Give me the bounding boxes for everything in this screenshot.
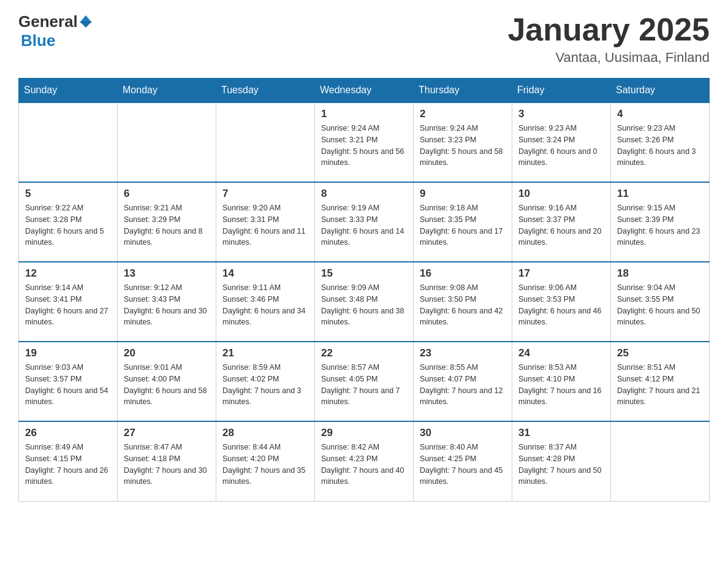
day-info: Sunrise: 9:23 AM Sunset: 3:24 PM Dayligh… <box>518 123 604 169</box>
calendar-cell <box>19 102 118 182</box>
day-number: 13 <box>124 267 210 280</box>
calendar-cell: 31Sunrise: 8:37 AM Sunset: 4:28 PM Dayli… <box>512 421 611 501</box>
calendar-cell: 16Sunrise: 9:08 AM Sunset: 3:50 PM Dayli… <box>414 262 512 342</box>
day-number: 5 <box>25 188 111 200</box>
day-number: 14 <box>222 267 308 280</box>
day-info: Sunrise: 8:42 AM Sunset: 4:23 PM Dayligh… <box>321 442 407 488</box>
day-info: Sunrise: 8:40 AM Sunset: 4:25 PM Dayligh… <box>420 442 506 488</box>
day-number: 8 <box>321 188 407 200</box>
day-number: 3 <box>518 108 604 120</box>
day-number: 7 <box>222 188 308 200</box>
day-number: 2 <box>420 108 506 120</box>
calendar-cell <box>118 102 216 182</box>
calendar-cell: 13Sunrise: 9:12 AM Sunset: 3:43 PM Dayli… <box>118 262 216 342</box>
weekday-header-saturday: Saturday <box>611 79 710 103</box>
calendar-cell: 28Sunrise: 8:44 AM Sunset: 4:20 PM Dayli… <box>216 421 315 501</box>
day-info: Sunrise: 8:59 AM Sunset: 4:02 PM Dayligh… <box>222 362 308 408</box>
calendar-cell: 11Sunrise: 9:15 AM Sunset: 3:39 PM Dayli… <box>611 182 710 262</box>
weekday-header-friday: Friday <box>512 79 611 103</box>
calendar-table: SundayMondayTuesdayWednesdayThursdayFrid… <box>18 78 710 502</box>
day-number: 19 <box>25 347 111 359</box>
day-number: 21 <box>222 347 308 359</box>
day-number: 31 <box>518 427 604 439</box>
day-number: 20 <box>124 347 210 359</box>
calendar-cell: 1Sunrise: 9:24 AM Sunset: 3:21 PM Daylig… <box>315 102 414 182</box>
calendar-cell: 2Sunrise: 9:24 AM Sunset: 3:23 PM Daylig… <box>414 102 512 182</box>
day-info: Sunrise: 8:57 AM Sunset: 4:05 PM Dayligh… <box>321 362 407 408</box>
calendar-cell: 18Sunrise: 9:04 AM Sunset: 3:55 PM Dayli… <box>611 262 710 342</box>
day-number: 22 <box>321 347 407 359</box>
day-info: Sunrise: 9:12 AM Sunset: 3:43 PM Dayligh… <box>124 282 210 328</box>
week-row-2: 5Sunrise: 9:22 AM Sunset: 3:28 PM Daylig… <box>19 182 710 262</box>
day-info: Sunrise: 8:44 AM Sunset: 4:20 PM Dayligh… <box>222 442 308 488</box>
day-info: Sunrise: 9:24 AM Sunset: 3:21 PM Dayligh… <box>321 123 407 169</box>
day-info: Sunrise: 9:03 AM Sunset: 3:57 PM Dayligh… <box>25 362 111 408</box>
calendar-cell: 14Sunrise: 9:11 AM Sunset: 3:46 PM Dayli… <box>216 262 315 342</box>
calendar-cell <box>216 102 315 182</box>
calendar-cell: 29Sunrise: 8:42 AM Sunset: 4:23 PM Dayli… <box>315 421 414 501</box>
calendar-cell <box>611 421 710 501</box>
weekday-header-monday: Monday <box>118 79 216 103</box>
day-info: Sunrise: 9:06 AM Sunset: 3:53 PM Dayligh… <box>518 282 604 328</box>
calendar-cell: 22Sunrise: 8:57 AM Sunset: 4:05 PM Dayli… <box>315 342 414 421</box>
calendar-cell: 17Sunrise: 9:06 AM Sunset: 3:53 PM Dayli… <box>512 262 611 342</box>
logo: General Blue <box>18 12 92 50</box>
weekday-header-wednesday: Wednesday <box>315 79 414 103</box>
day-number: 26 <box>25 427 111 439</box>
day-number: 15 <box>321 267 407 280</box>
day-number: 27 <box>124 427 210 439</box>
calendar-cell: 23Sunrise: 8:55 AM Sunset: 4:07 PM Dayli… <box>414 342 512 421</box>
day-info: Sunrise: 8:51 AM Sunset: 4:12 PM Dayligh… <box>617 362 703 408</box>
calendar-cell: 10Sunrise: 9:16 AM Sunset: 3:37 PM Dayli… <box>512 182 611 262</box>
day-info: Sunrise: 9:18 AM Sunset: 3:35 PM Dayligh… <box>420 202 506 248</box>
day-info: Sunrise: 9:11 AM Sunset: 3:46 PM Dayligh… <box>222 282 308 328</box>
day-info: Sunrise: 8:53 AM Sunset: 4:10 PM Dayligh… <box>518 362 604 408</box>
day-info: Sunrise: 8:49 AM Sunset: 4:15 PM Dayligh… <box>25 442 111 488</box>
calendar-cell: 15Sunrise: 9:09 AM Sunset: 3:48 PM Dayli… <box>315 262 414 342</box>
day-number: 6 <box>124 188 210 200</box>
day-number: 25 <box>617 347 703 359</box>
day-number: 28 <box>222 427 308 439</box>
logo-text-general: General <box>18 12 78 31</box>
calendar-cell: 4Sunrise: 9:23 AM Sunset: 3:26 PM Daylig… <box>611 102 710 182</box>
day-info: Sunrise: 9:01 AM Sunset: 4:00 PM Dayligh… <box>124 362 210 408</box>
calendar-title: January 2025 <box>507 12 710 47</box>
day-number: 4 <box>617 108 703 120</box>
day-info: Sunrise: 9:08 AM Sunset: 3:50 PM Dayligh… <box>420 282 506 328</box>
calendar-cell: 9Sunrise: 9:18 AM Sunset: 3:35 PM Daylig… <box>414 182 512 262</box>
week-row-4: 19Sunrise: 9:03 AM Sunset: 3:57 PM Dayli… <box>19 342 710 421</box>
day-info: Sunrise: 9:16 AM Sunset: 3:37 PM Dayligh… <box>518 202 604 248</box>
day-info: Sunrise: 9:23 AM Sunset: 3:26 PM Dayligh… <box>617 123 703 169</box>
day-info: Sunrise: 9:19 AM Sunset: 3:33 PM Dayligh… <box>321 202 407 248</box>
logo-text-blue: Blue <box>21 31 55 50</box>
weekday-header-tuesday: Tuesday <box>216 79 315 103</box>
day-number: 18 <box>617 267 703 280</box>
calendar-cell: 30Sunrise: 8:40 AM Sunset: 4:25 PM Dayli… <box>414 421 512 501</box>
calendar-cell: 25Sunrise: 8:51 AM Sunset: 4:12 PM Dayli… <box>611 342 710 421</box>
day-info: Sunrise: 9:20 AM Sunset: 3:31 PM Dayligh… <box>222 202 308 248</box>
weekday-row: SundayMondayTuesdayWednesdayThursdayFrid… <box>19 79 710 103</box>
calendar-cell: 12Sunrise: 9:14 AM Sunset: 3:41 PM Dayli… <box>19 262 118 342</box>
calendar-cell: 5Sunrise: 9:22 AM Sunset: 3:28 PM Daylig… <box>19 182 118 262</box>
calendar-body: 1Sunrise: 9:24 AM Sunset: 3:21 PM Daylig… <box>19 102 710 501</box>
day-info: Sunrise: 9:15 AM Sunset: 3:39 PM Dayligh… <box>617 202 703 248</box>
calendar-header: SundayMondayTuesdayWednesdayThursdayFrid… <box>19 79 710 103</box>
week-row-1: 1Sunrise: 9:24 AM Sunset: 3:21 PM Daylig… <box>19 102 710 182</box>
day-number: 24 <box>518 347 604 359</box>
day-number: 23 <box>420 347 506 359</box>
week-row-3: 12Sunrise: 9:14 AM Sunset: 3:41 PM Dayli… <box>19 262 710 342</box>
day-info: Sunrise: 8:37 AM Sunset: 4:28 PM Dayligh… <box>518 442 604 488</box>
day-info: Sunrise: 9:21 AM Sunset: 3:29 PM Dayligh… <box>124 202 210 248</box>
page-header: General Blue January 2025 Vantaa, Uusima… <box>18 12 710 66</box>
day-number: 12 <box>25 267 111 280</box>
calendar-cell: 26Sunrise: 8:49 AM Sunset: 4:15 PM Dayli… <box>19 421 118 501</box>
day-info: Sunrise: 9:04 AM Sunset: 3:55 PM Dayligh… <box>617 282 703 328</box>
weekday-header-thursday: Thursday <box>414 79 512 103</box>
day-number: 30 <box>420 427 506 439</box>
day-number: 10 <box>518 188 604 200</box>
calendar-cell: 19Sunrise: 9:03 AM Sunset: 3:57 PM Dayli… <box>19 342 118 421</box>
calendar-cell: 21Sunrise: 8:59 AM Sunset: 4:02 PM Dayli… <box>216 342 315 421</box>
calendar-cell: 24Sunrise: 8:53 AM Sunset: 4:10 PM Dayli… <box>512 342 611 421</box>
weekday-header-sunday: Sunday <box>19 79 118 103</box>
calendar-cell: 20Sunrise: 9:01 AM Sunset: 4:00 PM Dayli… <box>118 342 216 421</box>
